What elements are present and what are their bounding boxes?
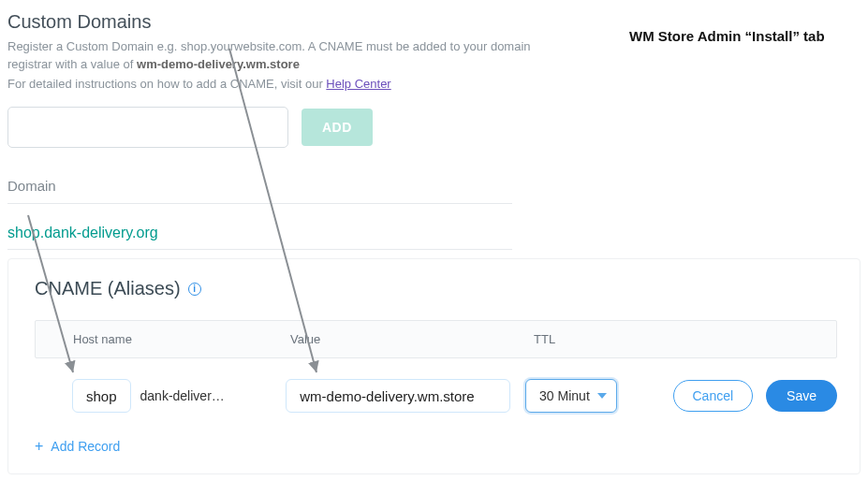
add-record-label: Add Record [51,439,120,454]
save-button[interactable]: Save [766,380,837,412]
ttl-selected-label: 30 Minut [539,388,590,403]
col-header-ttl: TTL [534,332,684,346]
custom-domains-desc-2: For detailed instructions on how to add … [7,76,541,94]
help-center-link[interactable]: Help Center [326,77,390,91]
host-suffix-text: dank-deliver… [140,388,225,403]
add-domain-button[interactable]: ADD [302,109,373,146]
dns-table-header: Host name Value TTL [35,320,837,358]
domain-column-label: Domain [7,178,868,194]
add-record-link[interactable]: + Add Record [35,439,120,454]
add-domain-row: ADD [7,107,868,148]
host-name-input[interactable]: shop [72,379,131,413]
dns-panel: CNAME (Aliases) i Host name Value TTL sh… [7,258,861,474]
cname-value-bold: wm-demo-delivery.wm.store [137,57,300,71]
ttl-select[interactable]: 30 Minut [525,379,617,413]
cname-title-text: CNAME (Aliases) [35,278,181,299]
custom-domain-input[interactable] [7,107,288,148]
cancel-button[interactable]: Cancel [673,380,754,412]
chevron-down-icon [597,393,607,399]
cname-section-title: CNAME (Aliases) i [35,278,201,299]
divider [7,203,512,204]
col-header-host: Host name [73,332,290,346]
value-input[interactable]: wm-demo-delivery.wm.store [286,379,510,413]
dns-record-row: shop dank-deliver… wm-demo-delivery.wm.s… [35,358,837,433]
info-icon[interactable]: i [188,283,201,296]
annotation-admin-tab: WM Store Admin “Install” tab [629,28,825,44]
divider [7,249,512,250]
registered-domain-value[interactable]: shop.dank-delivery.org [7,225,868,241]
col-header-value: Value [290,332,534,346]
plus-icon: + [35,439,43,454]
custom-domains-desc-1: Register a Custom Domain e.g. shop.yourw… [7,38,541,74]
desc-text-2: For detailed instructions on how to add … [7,77,326,91]
